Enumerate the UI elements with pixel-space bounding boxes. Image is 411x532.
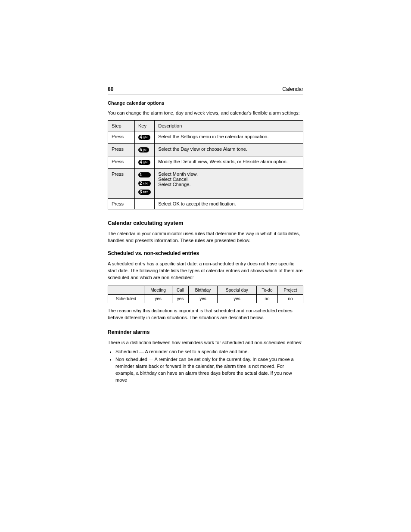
menu-header-step: Step <box>108 120 135 131</box>
menu-step: Press <box>108 168 135 198</box>
reminder-bullet: Scheduled — A reminder can be set to a s… <box>115 348 303 355</box>
sched-heading: Scheduled vs. non-scheduled entries <box>108 250 303 256</box>
sched-row-label: Scheduled <box>108 294 144 303</box>
sched-th-birthday: Birthday <box>188 286 217 294</box>
menu-header-desc: Description <box>155 120 303 131</box>
reminder-heading: Reminder alarms <box>108 329 303 335</box>
menu-step: Press <box>108 131 135 143</box>
menu-desc: Modify the Default view, Week starts, or… <box>155 156 303 168</box>
keypad-5-icon: 5jkl <box>138 147 149 152</box>
keypad-3-icon: 3def <box>138 190 151 195</box>
intro-subhead: Change calendar options <box>108 100 303 106</box>
menu-key: 1 2abc 3def <box>135 168 155 198</box>
reminder-paragraph: There is a distinction between how remin… <box>108 339 303 346</box>
menu-desc-line: Select Month view. <box>158 171 299 177</box>
sched-th-call: Call <box>172 286 188 294</box>
keypad-2-icon: 2abc <box>138 181 151 186</box>
header-title: Calendar <box>282 86 303 92</box>
menu-key <box>135 198 155 209</box>
menu-desc-line: Select Cancel. <box>158 177 299 182</box>
calc-heading: Calendar calculating system <box>108 220 303 226</box>
menu-step: Press <box>108 143 135 156</box>
header-section: 80 <box>108 86 113 92</box>
sched-th-blank <box>108 286 144 294</box>
sched-th-special: Special day <box>218 286 257 294</box>
sched-th-meeting: Meeting <box>144 286 172 294</box>
menu-key: 4ghi <box>135 131 155 143</box>
menu-key: 5jkl <box>135 143 155 156</box>
keypad-4-icon: 4ghi <box>138 135 150 140</box>
keypad-1-icon: 1 <box>138 172 151 177</box>
running-header: 80 Calendar <box>108 86 303 94</box>
sched-cell: no <box>278 294 303 303</box>
sched-note: The reason why this distinction is impor… <box>108 308 303 321</box>
intro-paragraph: You can change the alarm tone, day and w… <box>108 110 303 117</box>
sched-cell: yes <box>172 294 188 303</box>
menu-desc-line: Select Change. <box>158 182 299 187</box>
menu-table: Step Key Description Press 4ghi Select t… <box>108 120 303 209</box>
sched-th-todo: To-do <box>256 286 277 294</box>
keypad-4-icon: 4ghi <box>138 160 150 165</box>
sched-cell: yes <box>218 294 257 303</box>
menu-desc: Select Month view. Select Cancel. Select… <box>155 168 303 198</box>
sched-paragraph: A scheduled entry has a specific start d… <box>108 261 303 281</box>
menu-key: 4ghi <box>135 156 155 168</box>
reminder-list: Scheduled — A reminder can be set to a s… <box>108 348 303 384</box>
menu-desc: Select the Day view or choose Alarm tone… <box>155 143 303 156</box>
sched-table: Meeting Call Birthday Special day To-do … <box>108 286 303 303</box>
sched-th-project: Project <box>278 286 303 294</box>
sched-cell: yes <box>144 294 172 303</box>
menu-step: Press <box>108 156 135 168</box>
menu-step: Press <box>108 198 135 209</box>
sched-cell: no <box>256 294 277 303</box>
menu-header-key: Key <box>135 120 155 131</box>
reminder-bullet: Non-scheduled — A reminder can be set on… <box>115 356 303 384</box>
sched-cell: yes <box>188 294 217 303</box>
menu-desc: Select the Settings menu in the calendar… <box>155 131 303 143</box>
calc-paragraph: The calendar in your communicator uses r… <box>108 230 303 244</box>
menu-desc: Select OK to accept the modification. <box>155 198 303 209</box>
